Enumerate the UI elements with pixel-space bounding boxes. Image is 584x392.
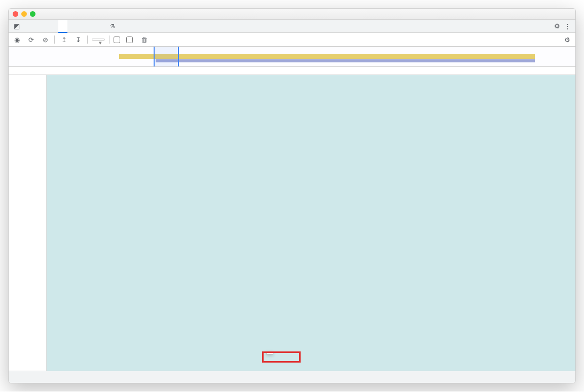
inspect-icon[interactable]: ◩ (12, 21, 22, 31)
tab-performance[interactable] (58, 20, 67, 33)
traffic-lights (13, 11, 35, 17)
timeline-overview[interactable] (9, 47, 575, 67)
tab-console[interactable] (31, 20, 40, 32)
tab-elements[interactable] (22, 20, 31, 32)
close-window-icon[interactable] (13, 11, 18, 17)
reload-record-icon[interactable]: ⟳ (26, 34, 36, 45)
save-profile-icon[interactable]: ↧ (73, 34, 83, 45)
tab-lighthouse[interactable] (95, 20, 104, 32)
flame-ruler[interactable] (9, 67, 575, 75)
flask-icon: ⚗ (110, 23, 115, 29)
cpu-overview-band (119, 54, 535, 59)
overview-ticks (9, 47, 575, 48)
performance-toolbar: ◉ ⟳ ⊘ ↥ ↧ 🗑 ⚙ (9, 33, 575, 47)
record-button-icon[interactable]: ◉ (12, 34, 22, 45)
tab-application[interactable] (77, 20, 86, 32)
tab-recorder[interactable]: ⚗ (104, 20, 120, 32)
details-tabs (9, 371, 575, 383)
divider (54, 35, 55, 44)
capture-settings-gear-icon[interactable]: ⚙ (562, 34, 572, 45)
tab-sources[interactable] (40, 20, 49, 32)
track-labels (9, 75, 47, 371)
collect-garbage-icon[interactable]: 🗑 (139, 34, 149, 45)
flame-chart[interactable] (47, 75, 575, 371)
memory-checkbox[interactable] (126, 37, 135, 43)
tab-memory[interactable] (67, 20, 77, 32)
clear-icon[interactable]: ⊘ (40, 34, 50, 45)
profile-select[interactable] (92, 39, 105, 41)
overview-selection[interactable] (154, 47, 179, 66)
load-profile-icon[interactable]: ↥ (59, 34, 69, 45)
divider (109, 35, 110, 44)
divider (87, 35, 88, 44)
devtools-window: ◩ ⚗ ⚙ ⋮ ◉ ⟳ ⊘ ↥ ↧ 🗑 ⚙ (8, 8, 576, 383)
settings-gear-icon[interactable]: ⚙ (552, 21, 562, 31)
duration-tooltip (266, 351, 273, 354)
tab-security[interactable] (86, 20, 95, 32)
screenshots-checkbox[interactable] (114, 37, 122, 43)
flame-chart-area (9, 75, 575, 371)
zoom-window-icon[interactable] (30, 11, 35, 17)
minimize-window-icon[interactable] (21, 11, 27, 17)
mac-titlebar (9, 9, 575, 20)
more-menu-icon[interactable]: ⋮ (562, 21, 572, 31)
cpu-overview-band2 (156, 59, 535, 62)
panel-tabs: ◩ ⚗ ⚙ ⋮ (9, 20, 575, 33)
tab-network[interactable] (49, 20, 58, 32)
